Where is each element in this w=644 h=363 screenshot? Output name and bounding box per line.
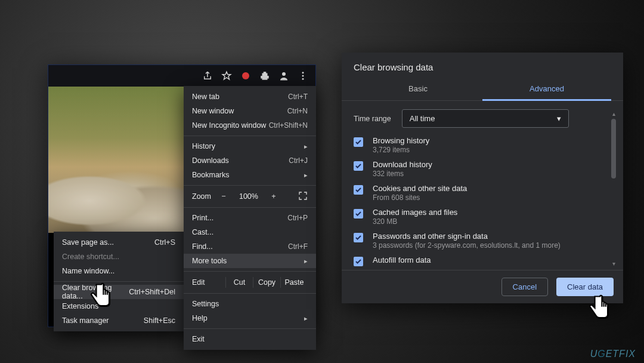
zoom-value: 100% xyxy=(236,192,261,201)
svg-point-4 xyxy=(302,78,304,80)
menu-item-more-tools[interactable]: More tools ▸ xyxy=(184,254,316,268)
menu-separator xyxy=(184,185,316,186)
menu-item-bookmarks[interactable]: Bookmarks ▸ xyxy=(184,168,316,182)
chevron-right-icon: ▸ xyxy=(304,257,308,265)
menu-item-label: Task manager xyxy=(62,316,109,325)
menu-separator xyxy=(184,293,316,294)
scroll-up-icon[interactable]: ▴ xyxy=(612,109,615,118)
checkbox[interactable] xyxy=(354,137,363,147)
menu-item-label: History xyxy=(192,142,215,150)
menu-item-shortcut: Ctrl+T xyxy=(288,93,308,101)
overflow-menu: New tab Ctrl+T New window Ctrl+N New Inc… xyxy=(184,86,316,350)
checkbox[interactable] xyxy=(354,209,363,219)
menu-item-label: More tools xyxy=(192,257,227,265)
cancel-button[interactable]: Cancel xyxy=(501,278,548,296)
option-subtitle: 3,729 items xyxy=(373,146,429,154)
menu-item-label: Settings xyxy=(192,300,219,308)
option-title: Autofill form data xyxy=(373,256,431,264)
checkbox[interactable] xyxy=(354,233,363,242)
option-row: Download history332 items xyxy=(354,160,608,178)
menu-item-settings[interactable]: Settings xyxy=(184,297,316,311)
more-tools-submenu: Save page as... Ctrl+S Create shortcut..… xyxy=(54,232,184,331)
extensions-icon[interactable] xyxy=(259,70,270,81)
menu-item-extensions[interactable]: Extensions xyxy=(54,299,184,313)
star-icon[interactable] xyxy=(221,70,232,81)
tab-basic[interactable]: Basic xyxy=(354,78,482,100)
time-range-select[interactable]: All time ▾ xyxy=(402,109,569,128)
menu-item-label: New tab xyxy=(192,93,219,101)
option-title: Download history xyxy=(373,160,432,169)
menu-item-incognito[interactable]: New Incognito window Ctrl+Shift+N xyxy=(184,118,316,133)
menu-item-cast[interactable]: Cast... xyxy=(184,225,316,239)
menu-item-shortcut: Ctrl+Shift+Del xyxy=(129,288,175,296)
edit-cut-button[interactable]: Cut xyxy=(225,277,253,288)
tab-advanced[interactable]: Advanced xyxy=(482,78,611,101)
menu-item-help[interactable]: Help ▸ xyxy=(184,311,316,325)
time-range-value: All time xyxy=(410,114,435,123)
option-subtitle: 3 passwords (for 2-spyware.com, esolutio… xyxy=(373,241,561,250)
svg-point-2 xyxy=(302,72,304,73)
option-subtitle: From 608 sites xyxy=(373,193,467,202)
profile-icon[interactable] xyxy=(278,70,289,81)
menu-item-name-window[interactable]: Name window... xyxy=(54,264,184,278)
menu-item-downloads[interactable]: Downloads Ctrl+J xyxy=(184,153,316,168)
menu-separator xyxy=(184,207,316,208)
menu-item-new-window[interactable]: New window Ctrl+N xyxy=(184,104,316,118)
chevron-right-icon: ▸ xyxy=(304,315,308,322)
menu-item-label: Exit xyxy=(192,335,205,343)
menu-item-edit: Edit Cut Copy Paste xyxy=(184,275,316,290)
menu-item-label: Cast... xyxy=(192,228,213,236)
option-subtitle: 332 items xyxy=(373,170,432,178)
option-title: Browsing history xyxy=(373,136,429,145)
time-range-label: Time range xyxy=(354,115,391,123)
page-content-image xyxy=(48,87,184,233)
watermark: UGETFIX xyxy=(590,349,636,359)
menu-item-history[interactable]: History ▸ xyxy=(184,139,316,153)
kebab-icon[interactable] xyxy=(298,70,308,81)
option-title: Passwords and other sign-in data xyxy=(373,232,561,241)
menu-item-save-page[interactable]: Save page as... Ctrl+S xyxy=(54,235,184,250)
scrollbar-thumb[interactable] xyxy=(611,119,616,179)
menu-item-new-tab[interactable]: New tab Ctrl+T xyxy=(184,90,316,104)
chevron-right-icon: ▸ xyxy=(304,143,308,150)
option-title: Cached images and files xyxy=(373,208,457,217)
menu-separator xyxy=(184,328,316,329)
menu-item-label: Clear browsing data... xyxy=(62,284,129,300)
record-icon[interactable] xyxy=(240,70,251,81)
dialog-scrollbar[interactable]: ▴ ▾ xyxy=(610,109,617,267)
option-text: Browsing history3,729 items xyxy=(373,136,429,154)
menu-separator xyxy=(184,136,316,136)
menu-item-shortcut: Ctrl+J xyxy=(289,156,308,165)
menu-item-label: Zoom xyxy=(192,192,211,201)
fullscreen-icon[interactable] xyxy=(298,191,308,202)
scroll-down-icon[interactable]: ▾ xyxy=(612,259,615,267)
zoom-out-button[interactable]: − xyxy=(217,192,230,201)
time-range-row: Time range All time ▾ xyxy=(354,109,608,128)
svg-point-0 xyxy=(242,72,249,79)
edit-paste-button[interactable]: Paste xyxy=(280,277,308,288)
option-row: Browsing history3,729 items xyxy=(354,136,608,154)
menu-item-print[interactable]: Print... Ctrl+P xyxy=(184,211,316,225)
menu-item-label: Help xyxy=(192,314,208,322)
zoom-in-button[interactable]: + xyxy=(267,192,280,201)
menu-item-clear-browsing-data[interactable]: Clear browsing data... Ctrl+Shift+Del xyxy=(54,285,184,299)
menu-item-shortcut: Ctrl+F xyxy=(288,242,308,251)
dialog-tabs: Basic Advanced xyxy=(342,78,623,101)
menu-item-find[interactable]: Find... Ctrl+F xyxy=(184,239,316,254)
menu-item-label: Downloads xyxy=(192,156,229,165)
menu-item-task-manager[interactable]: Task manager Shift+Esc xyxy=(54,313,184,328)
menu-item-create-shortcut[interactable]: Create shortcut... xyxy=(54,250,184,264)
menu-item-label: Create shortcut... xyxy=(62,253,119,261)
menu-item-exit[interactable]: Exit xyxy=(184,332,316,346)
option-title: Cookies and other site data xyxy=(373,184,467,193)
option-text: Download history332 items xyxy=(373,160,432,178)
edit-copy-button[interactable]: Copy xyxy=(253,277,280,288)
checkbox[interactable] xyxy=(354,161,363,171)
option-row: Autofill form data xyxy=(354,256,608,266)
checkbox[interactable] xyxy=(354,185,363,195)
chevron-down-icon: ▾ xyxy=(557,114,561,123)
clear-data-button[interactable]: Clear data xyxy=(556,278,614,296)
menu-item-label: Find... xyxy=(192,242,213,251)
share-icon[interactable] xyxy=(202,70,213,81)
checkbox[interactable] xyxy=(354,257,363,266)
